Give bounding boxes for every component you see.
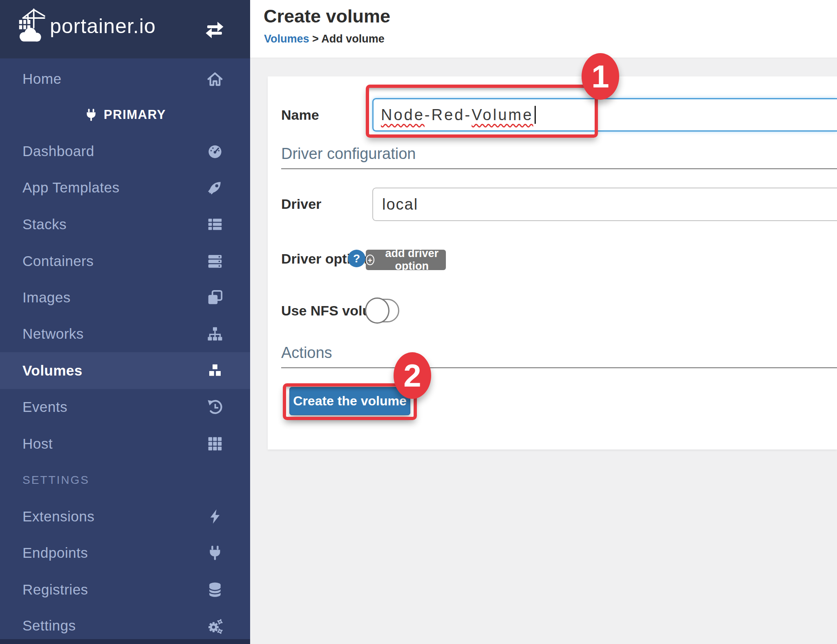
grid-icon [205, 435, 225, 453]
plus-circle-icon: + [366, 255, 374, 265]
sidebar-item-settings[interactable]: Settings [0, 607, 250, 644]
sidebar: portainer.io Home [0, 0, 250, 644]
cubes-icon [205, 362, 225, 380]
sidebar-item-endpoints[interactable]: Endpoints [0, 534, 250, 571]
volume-name-input[interactable]: Node-Red-Volume [372, 98, 837, 132]
server-icon [205, 252, 225, 270]
sidebar-item-images[interactable]: Images [0, 279, 250, 315]
sidebar-item-label: Networks [22, 326, 84, 342]
plug-icon [84, 107, 98, 122]
home-icon [205, 70, 225, 88]
sidebar-item-label: Stacks [22, 216, 67, 233]
section-header-driver-configuration: Driver configuration [281, 145, 837, 169]
toggle-knob [365, 297, 389, 324]
name-value-part: Volume [472, 106, 533, 123]
sidebar-footer-strip [0, 639, 250, 644]
sidebar-item-extensions[interactable]: Extensions [0, 498, 250, 534]
tachometer-icon [205, 142, 225, 160]
sidebar-item-label: Home [22, 71, 61, 87]
create-volume-button[interactable]: Create the volume [289, 387, 410, 415]
section-header-actions: Actions [281, 344, 837, 368]
bolt-icon [205, 508, 225, 525]
sidebar-item-containers[interactable]: Containers [0, 243, 250, 279]
rocket-icon [205, 179, 225, 197]
sidebar-item-events[interactable]: Events [0, 389, 250, 425]
portainer-logo[interactable]: portainer.io [17, 6, 156, 47]
create-volume-form-card: Name Node-Red-Volume 1 Driver configurat… [268, 76, 837, 449]
clone-icon [205, 288, 225, 306]
sidebar-item-label: Events [22, 399, 67, 415]
name-value-part: Node [381, 106, 425, 123]
sidebar-endpoint-header: PRIMARY [0, 96, 250, 133]
sidebar-item-stacks[interactable]: Stacks [0, 206, 250, 242]
sidebar-item-app-templates[interactable]: App Templates [0, 169, 250, 206]
question-circle-icon[interactable]: ? [348, 250, 365, 267]
sidebar-item-label: Containers [22, 253, 94, 269]
list-icon [205, 215, 225, 233]
exchange-icon[interactable] [204, 20, 225, 38]
breadcrumb-volumes-link[interactable]: Volumes [264, 33, 309, 45]
database-icon [205, 581, 225, 599]
sidebar-header: portainer.io [0, 0, 250, 58]
cogs-icon [205, 617, 225, 635]
annotation-badge-step1: 1 [582, 53, 619, 100]
name-value-part: -Red- [425, 106, 472, 123]
history-icon [205, 398, 225, 416]
page-title: Create volume [264, 6, 390, 27]
sidebar-item-label: Registries [22, 581, 88, 598]
endpoint-name: PRIMARY [104, 107, 166, 122]
text-cursor [535, 106, 536, 124]
sidebar-item-label: App Templates [22, 179, 119, 196]
nfs-toggle-switch[interactable] [365, 297, 399, 324]
sidebar-item-label: Endpoints [22, 545, 88, 561]
sidebar-item-label: Host [22, 436, 53, 452]
sidebar-item-networks[interactable]: Networks [0, 315, 250, 352]
sidebar-item-label: Extensions [22, 508, 94, 525]
portainer-whale-icon [17, 6, 47, 47]
breadcrumb: Volumes > Add volume [264, 33, 385, 45]
sidebar-item-home[interactable]: Home [0, 60, 250, 97]
driver-label: Driver [281, 194, 321, 214]
sidebar-item-registries[interactable]: Registries [0, 571, 250, 608]
portainer-app: portainer.io Home [0, 0, 837, 644]
breadcrumb-current: Add volume [321, 33, 385, 45]
sidebar-item-label: Volumes [22, 362, 83, 379]
driver-input[interactable]: local [372, 188, 837, 221]
plug-icon [205, 544, 225, 562]
breadcrumb-separator: > [312, 33, 319, 45]
sidebar-item-volumes[interactable]: Volumes [0, 352, 250, 389]
name-label: Name [281, 105, 319, 125]
sitemap-icon [205, 325, 225, 343]
sidebar-item-label: Dashboard [22, 143, 94, 159]
sidebar-item-host[interactable]: Host [0, 425, 250, 462]
sidebar-item-label: Settings [22, 617, 76, 634]
portainer-logo-text: portainer.io [50, 14, 156, 38]
add-driver-option-label: add driver option [378, 247, 446, 273]
sidebar-item-label: Images [22, 289, 71, 306]
sidebar-item-dashboard[interactable]: Dashboard [0, 133, 250, 169]
add-driver-option-button[interactable]: + add driver option [366, 250, 446, 270]
page-header: Create volume Volumes > Add volume [250, 0, 837, 58]
sidebar-section-label: SETTINGS [22, 474, 90, 487]
sidebar-section-settings: SETTINGS [0, 462, 250, 498]
